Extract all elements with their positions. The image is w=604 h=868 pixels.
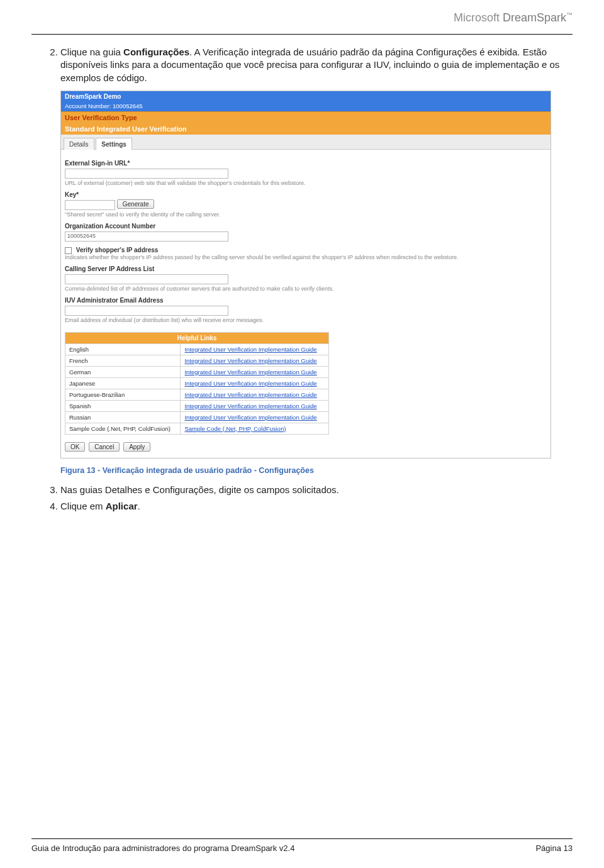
link-lang: Russian (65, 411, 181, 423)
brand-name: DreamSpark (503, 11, 566, 24)
ss-section-siuv: Standard Integrated User Verification (61, 123, 551, 135)
link-lang: Portuguese-Brazilian (65, 389, 181, 400)
instruction-item-2: Clique na guia Configurações. A Verifica… (60, 46, 566, 84)
help-ip-list: Comma-delimited list of IP addresses of … (65, 286, 547, 292)
help-key: "Shared secret" used to verify the ident… (65, 211, 547, 218)
table-row: Portuguese-BrazilianIntegrated User Veri… (65, 389, 329, 400)
table-row: Sample Code (.Net, PHP, ColdFusion)Sampl… (65, 423, 329, 434)
label-signin-url: External Sign-in URL* (65, 160, 547, 167)
ss-action-row: OK Cancel Apply (61, 437, 551, 458)
tab-details[interactable]: Details (64, 138, 94, 150)
link-cell: Integrated User Verification Implementat… (181, 389, 329, 400)
instruction-list-cont: Nas guias Detalhes e Configurações, digi… (60, 484, 566, 513)
ok-button[interactable]: OK (65, 442, 85, 452)
instruction-item-4: Clique em Aplicar. (60, 500, 566, 513)
guide-link[interactable]: Integrated User Verification Implementat… (184, 403, 316, 409)
footer-rule (31, 838, 573, 839)
ss-body: External Sign-in URL* URL of external (c… (61, 150, 551, 437)
label-ip-list: Calling Server IP Address List (65, 265, 547, 272)
brand-tm: ™ (566, 11, 573, 18)
link-cell: Integrated User Verification Implementat… (181, 411, 329, 423)
instruction-item-3: Nas guias Detalhes e Configurações, digi… (60, 484, 566, 496)
cancel-button[interactable]: Cancel (89, 442, 120, 452)
link-cell: Integrated User Verification Implementat… (181, 400, 329, 411)
helpful-links-header: Helpful Links (65, 332, 329, 343)
brand-header: Microsoft DreamSpark™ (454, 11, 573, 25)
input-org-account[interactable]: 100052645 (65, 231, 228, 242)
help-verify-ip: Indicates whether the shopper's IP addre… (65, 254, 547, 260)
embedded-screenshot: DreamSpark Demo Account Number: 10005264… (60, 91, 551, 459)
instruction-list: Clique na guia Configurações. A Verifica… (60, 46, 566, 84)
figure-caption: Figura 13 - Verificação integrada de usu… (60, 466, 573, 475)
footer-left: Guia de Introdução para administradores … (31, 843, 294, 853)
ss-title: DreamSpark Demo (61, 91, 551, 102)
ss-account: Account Number: 100052645 (61, 102, 551, 111)
link-lang: French (65, 355, 181, 366)
table-row: RussianIntegrated User Verification Impl… (65, 411, 329, 423)
link-lang: Sample Code (.Net, PHP, ColdFusion) (65, 423, 181, 434)
footer-right: Página 13 (535, 843, 573, 853)
helpful-links-table: Helpful Links EnglishIntegrated User Ver… (65, 332, 329, 435)
table-row: GermanIntegrated User Verification Imple… (65, 366, 329, 377)
link-lang: German (65, 366, 181, 377)
guide-link[interactable]: Sample Code (.Net, PHP, ColdFusion) (184, 425, 286, 432)
link-cell: Integrated User Verification Implementat… (181, 366, 329, 377)
help-admin-email: Email address of individual (or distribu… (65, 317, 547, 323)
input-key[interactable] (65, 200, 115, 210)
link-lang: Spanish (65, 400, 181, 411)
link-lang: English (65, 343, 181, 355)
table-row: EnglishIntegrated User Verification Impl… (65, 343, 329, 355)
apply-button[interactable]: Apply (123, 442, 150, 452)
ss-tabs: Details Settings (61, 135, 551, 150)
guide-link[interactable]: Integrated User Verification Implementat… (184, 369, 316, 376)
link-cell: Integrated User Verification Implementat… (181, 355, 329, 366)
link-cell: Integrated User Verification Implementat… (181, 377, 329, 389)
tab-settings[interactable]: Settings (96, 138, 131, 150)
label-org-account: Organization Account Number (65, 223, 547, 230)
table-row: JapaneseIntegrated User Verification Imp… (65, 377, 329, 389)
guide-link[interactable]: Integrated User Verification Implementat… (184, 414, 316, 421)
ss-section-uvt: User Verification Type (61, 111, 551, 123)
input-ip-list[interactable] (65, 274, 228, 284)
link-cell: Integrated User Verification Implementat… (181, 343, 329, 355)
label-admin-email: IUV Administrator Email Address (65, 297, 547, 304)
checkbox-verify-ip[interactable] (65, 247, 72, 254)
input-signin-url[interactable] (65, 169, 228, 179)
label-key: Key* (65, 191, 547, 198)
label-verify-ip: Verify shopper's IP address (76, 247, 159, 253)
input-admin-email[interactable] (65, 306, 228, 316)
help-signin-url: URL of external (customer) web site that… (65, 180, 547, 186)
helpful-links-body: EnglishIntegrated User Verification Impl… (65, 343, 329, 434)
guide-link[interactable]: Integrated User Verification Implementat… (184, 391, 316, 398)
guide-link[interactable]: Integrated User Verification Implementat… (184, 346, 316, 353)
header-rule (31, 34, 573, 35)
generate-button[interactable]: Generate (117, 199, 155, 209)
table-row: FrenchIntegrated User Verification Imple… (65, 355, 329, 366)
table-row: SpanishIntegrated User Verification Impl… (65, 400, 329, 411)
link-cell: Sample Code (.Net, PHP, ColdFusion) (181, 423, 329, 434)
guide-link[interactable]: Integrated User Verification Implementat… (184, 380, 316, 387)
guide-link[interactable]: Integrated User Verification Implementat… (184, 357, 316, 364)
link-lang: Japanese (65, 377, 181, 389)
brand-prefix: Microsoft (454, 11, 503, 24)
